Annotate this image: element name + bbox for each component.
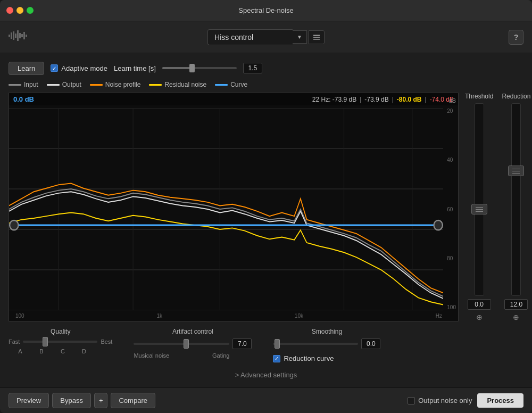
freq-val-white: -73.9 dB: [364, 96, 388, 103]
db-label-40: 40: [447, 157, 456, 163]
adaptive-mode-checkbox[interactable]: ✓: [51, 64, 58, 72]
quality-thumb[interactable]: [43, 337, 48, 346]
preset-dropdown[interactable]: Hiss control ▼: [207, 29, 325, 45]
threshold-track[interactable]: [475, 103, 484, 296]
learn-time-thumb[interactable]: [189, 64, 195, 72]
preset-menu-button[interactable]: [309, 30, 325, 44]
db-display: 0.0 dB: [13, 95, 34, 103]
titlebar: Spectral De-noise: [0, 0, 532, 21]
threshold-value[interactable]: 0.0: [468, 299, 491, 310]
spectrum-chart[interactable]: 0.0 dB 22 Hz: -73.9 dB | -73.9 dB | -80.…: [9, 93, 459, 321]
output-noise-checkbox[interactable]: [408, 397, 415, 404]
learn-time-track[interactable]: [162, 67, 237, 69]
svg-rect-10: [313, 37, 320, 38]
quality-track[interactable]: [23, 341, 97, 343]
learn-button[interactable]: Learn: [9, 62, 44, 75]
learn-time-slider[interactable]: [162, 67, 237, 69]
bypass-button[interactable]: Bypass: [52, 393, 91, 408]
smoothing-track[interactable]: [273, 343, 358, 345]
legend-noise-profile: Noise profile: [90, 81, 141, 88]
help-button[interactable]: ?: [509, 30, 523, 45]
smoothing-thumb[interactable]: [275, 339, 280, 349]
preset-select-display[interactable]: Hiss control: [207, 29, 293, 45]
svg-rect-1: [11, 32, 12, 39]
svg-rect-8: [26, 35, 27, 37]
artifact-thumb[interactable]: [184, 339, 189, 349]
traffic-lights: [6, 7, 34, 14]
main-window: Spectral De-noise Hiss control ▼: [0, 0, 532, 413]
chart-info-bar: 0.0 dB 22 Hz: -73.9 dB | -73.9 dB | -80.…: [9, 93, 458, 105]
hz-label-100: 100: [15, 313, 24, 319]
reduction-curve-checkbox[interactable]: ✓: [273, 355, 280, 362]
top-controls-row: Learn ✓ Adaptive mode Learn time [s] 1.5: [9, 60, 523, 77]
smoothing-slider-row: 0.0: [273, 338, 380, 349]
bottom-controls: Quality Fast Best A B C D Artifact cont: [9, 326, 523, 365]
reduction-track[interactable]: [511, 103, 521, 296]
window-title: Spectral De-noise: [238, 6, 293, 14]
quality-fast-label: Fast: [9, 338, 20, 345]
learn-time-label: Learn time [s]: [114, 64, 156, 72]
slider-grip-line: [476, 211, 483, 212]
db-labels: 20 40 60 80 100: [447, 108, 456, 310]
maximize-button[interactable]: [27, 7, 34, 14]
waveform-icon: [9, 29, 30, 45]
toolbar: Hiss control ▼ ?: [0, 21, 532, 53]
output-noise-label: Output noise only: [408, 397, 472, 404]
slider-grip-line: [512, 171, 520, 171]
quality-tick-b: B: [31, 348, 52, 354]
main-content: Learn ✓ Adaptive mode Learn time [s] 1.5…: [0, 53, 532, 387]
svg-rect-11: [313, 39, 320, 40]
smoothing-group: Smoothing 0.0 ✓ Reduction curve: [273, 328, 380, 362]
freq-label: 22 Hz: -73.9 dB: [312, 96, 356, 103]
adaptive-mode-label: ✓ Adaptive mode: [51, 64, 107, 72]
artifact-track[interactable]: [134, 343, 229, 345]
minimize-button[interactable]: [16, 7, 23, 14]
reduction-label: Reduction: [502, 93, 530, 100]
artifact-value[interactable]: 7.0: [232, 338, 252, 349]
chart-section: 0.0 dB 22 Hz: -73.9 dB | -73.9 dB | -80.…: [9, 93, 523, 321]
legend-row: Input Output Noise profile Residual nois…: [9, 81, 523, 88]
curve-line-icon: [215, 84, 228, 86]
footer-left: Preview Bypass + Compare: [9, 393, 155, 408]
db-label-80: 80: [447, 255, 456, 261]
hz-label-1k: 1k: [156, 313, 162, 319]
hz-labels: 100 1k 10k Hz: [15, 313, 442, 319]
compare-button[interactable]: Compare: [111, 393, 155, 408]
db-label-100: 100: [447, 304, 456, 310]
svg-rect-7: [23, 32, 25, 39]
legend-input: Input: [9, 81, 38, 88]
artifact-label-right: Gating: [212, 352, 229, 359]
learn-time-fill: [162, 67, 192, 69]
artifact-labels: Musical noise Gating: [134, 352, 229, 359]
output-line-icon: [47, 84, 60, 86]
chart-svg: [9, 108, 443, 310]
reduction-thumb[interactable]: [508, 166, 524, 176]
process-button[interactable]: Process: [477, 393, 523, 408]
close-button[interactable]: [6, 7, 13, 14]
quality-tick-d: D: [73, 348, 95, 354]
legend-curve: Curve: [215, 81, 247, 88]
smoothing-value[interactable]: 0.0: [361, 338, 380, 349]
quality-best-label: Best: [101, 338, 112, 345]
quality-tick-a: A: [10, 348, 31, 354]
preview-button[interactable]: Preview: [9, 393, 49, 408]
threshold-thumb[interactable]: [471, 204, 487, 214]
artifact-group: Artifact control 7.0 Musical noise Gatin…: [134, 328, 252, 359]
learn-time-value[interactable]: 1.5: [243, 63, 262, 73]
advanced-settings-toggle[interactable]: > Advanced settings: [9, 369, 523, 381]
quality-group: Quality Fast Best A B C D: [9, 328, 112, 354]
reduction-value[interactable]: 12.0: [504, 299, 528, 310]
freq-val-orange: -80.0 dB: [397, 96, 422, 103]
sliders-section: Threshold 0.0 ⊕: [465, 93, 523, 321]
preset-dropdown-arrow[interactable]: ▼: [293, 30, 307, 44]
plus-button[interactable]: +: [94, 393, 108, 408]
reduction-link-icon[interactable]: ⊕: [513, 313, 519, 321]
legend-output: Output: [47, 81, 81, 88]
legend-residual-noise: Residual noise: [149, 81, 206, 88]
quality-ticks: A B C D: [9, 348, 112, 354]
artifact-slider-row: 7.0: [134, 338, 252, 349]
footer-right: Output noise only Process: [408, 393, 523, 408]
threshold-slider-group: Threshold 0.0 ⊕: [465, 93, 493, 321]
threshold-link-icon[interactable]: ⊕: [476, 313, 483, 321]
svg-rect-2: [13, 31, 14, 40]
